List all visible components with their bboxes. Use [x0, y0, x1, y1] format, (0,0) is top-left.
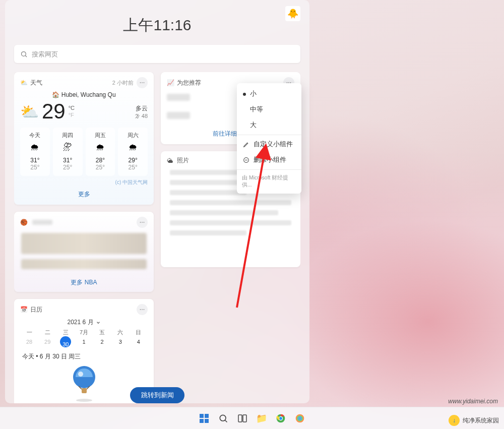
blurred-text [167, 94, 190, 101]
dow: 日 [130, 329, 148, 336]
svg-point-9 [142, 309, 143, 310]
weather-temp: 29 [42, 99, 66, 124]
blurred-text [32, 220, 52, 225]
svg-point-2 [140, 82, 141, 83]
svg-point-27 [220, 415, 226, 421]
taskbar: 📁 [0, 407, 504, 429]
weather-more-button[interactable] [137, 77, 148, 88]
blurred-text [167, 112, 190, 119]
watermark: ↓ 纯净系统家园 [449, 415, 499, 426]
svg-line-28 [225, 420, 227, 422]
unit-celsius[interactable]: °C [69, 104, 75, 111]
blurred-content [21, 233, 147, 254]
svg-point-5 [140, 222, 141, 223]
weather-attribution: (c) 中国天气网 [20, 179, 148, 186]
dow: 六 [111, 329, 130, 336]
svg-point-6 [142, 222, 143, 223]
menu-size-medium[interactable]: 中等 [237, 102, 301, 117]
blurred-text [170, 190, 246, 195]
svg-rect-26 [205, 419, 209, 423]
weather-condition: 多云 🌫 48 [135, 104, 148, 119]
calendar-day[interactable]: 3 [111, 336, 130, 347]
app-button[interactable] [293, 412, 306, 425]
calendar-month[interactable]: 2021 6 月 [20, 318, 148, 327]
pencil-icon [243, 141, 249, 148]
menu-customize-widget[interactable]: 自定义小组件 [237, 137, 301, 152]
calendar-widget[interactable]: 📅 日历 2021 6 月 一 二 三 7月 五 六 日 28 [14, 299, 154, 403]
menu-separator [237, 135, 301, 135]
calendar-icon: 📅 [20, 306, 27, 313]
blurred-text [170, 200, 291, 205]
weather-updated: 2 小时前 [112, 79, 134, 87]
clock-time: 上午11:16 [14, 15, 300, 36]
calendar-day[interactable]: 28 [20, 336, 38, 347]
blurred-content [21, 259, 147, 269]
photos-icon: 🌥 [167, 157, 174, 164]
chrome-button[interactable] [274, 412, 287, 425]
jump-to-news-button[interactable]: 跳转到新闻 [130, 387, 184, 403]
taskbar-search-button[interactable] [217, 412, 230, 425]
weather-widget[interactable]: ⛅ 天气 2 小时前 🏠 Hubei, Wuchang Qu ⛅ 29 °C°F… [14, 72, 154, 205]
menu-size-large[interactable]: 大 [237, 117, 301, 133]
svg-point-7 [144, 222, 145, 223]
search-input[interactable] [32, 50, 294, 58]
calendar-day[interactable]: 1 [75, 336, 93, 347]
svg-point-0 [22, 51, 26, 56]
nba-icon: 🏀 [20, 219, 27, 226]
bullet-selected-icon [243, 93, 246, 96]
calendar-days: 28 29 30 1 2 3 4 [20, 336, 148, 347]
calendar-day[interactable]: 4 [130, 336, 148, 347]
calendar-title: 日历 [30, 305, 42, 314]
unit-fahrenheit[interactable]: °F [69, 111, 75, 118]
svg-line-1 [25, 55, 27, 57]
svg-rect-29 [238, 415, 242, 422]
calendar-illustration [20, 364, 148, 402]
forecast-day[interactable]: 周四⛈31°25° [53, 128, 83, 176]
dow: 五 [93, 329, 111, 336]
forecast-day[interactable]: 周六🌧29°25° [118, 128, 148, 176]
svg-rect-23 [200, 414, 204, 418]
blurred-text [170, 210, 278, 215]
forecast-day[interactable]: 今天🌧31°25° [20, 128, 50, 176]
svg-rect-24 [205, 414, 209, 418]
calendar-day[interactable]: 2 [93, 336, 111, 347]
dow: 一 [20, 329, 38, 336]
dow: 二 [38, 329, 56, 336]
menu-provider-footer: 由 Microsoft 财经提供... [237, 171, 301, 191]
forecast-day[interactable]: 周五🌧28°25° [86, 128, 115, 176]
weather-more-link[interactable]: 更多 [20, 186, 148, 200]
weather-forecast: 今天🌧31°25° 周四⛈31°25° 周五🌧28°25° 周六🌧29°25° [20, 128, 148, 176]
svg-point-12 [78, 372, 83, 377]
svg-rect-13 [82, 388, 87, 393]
remove-icon [243, 157, 249, 163]
widgets-flyout: 🐥 上午11:16 ⛅ 天气 2 小时前 🏠 Hubei, Wuchang Qu… [5, 0, 309, 403]
menu-remove-widget[interactable]: 删除小组件 [237, 152, 301, 168]
dow: 7月 [75, 329, 93, 336]
calendar-day[interactable]: 29 [38, 336, 56, 347]
finance-icon: 📈 [167, 79, 174, 86]
search-icon [20, 50, 28, 58]
calendar-more-button[interactable] [137, 304, 148, 315]
chevron-down-icon [96, 320, 101, 325]
menu-size-small[interactable]: 小 [237, 86, 301, 102]
search-bar[interactable] [14, 45, 300, 63]
file-explorer-button[interactable]: 📁 [255, 412, 268, 425]
avatar[interactable]: 🐥 [285, 6, 300, 21]
nba-more-link[interactable]: 更多 NBA [20, 274, 148, 287]
start-button[interactable] [198, 412, 211, 425]
svg-point-3 [142, 82, 143, 83]
calendar-day-today[interactable]: 30 [60, 336, 71, 347]
taskview-button[interactable] [236, 412, 249, 425]
svg-point-33 [279, 417, 282, 420]
svg-point-8 [140, 309, 141, 310]
dow: 三 [56, 329, 75, 336]
weather-current-icon: ⛅ [20, 103, 39, 120]
svg-point-4 [144, 82, 145, 83]
svg-rect-25 [200, 419, 204, 423]
watermark-url: www.yidaimei.com [448, 398, 498, 405]
widget-context-menu: 小 中等 大 自定义小组件 删除小组件 由 Microsoft 财经提供... [237, 83, 301, 194]
nba-widget[interactable]: 🏀 更多 NBA [14, 212, 154, 292]
blurred-text [170, 230, 246, 235]
weather-location: 🏠 Hubei, Wuchang Qu [20, 91, 148, 98]
nba-more-button[interactable] [137, 217, 148, 228]
